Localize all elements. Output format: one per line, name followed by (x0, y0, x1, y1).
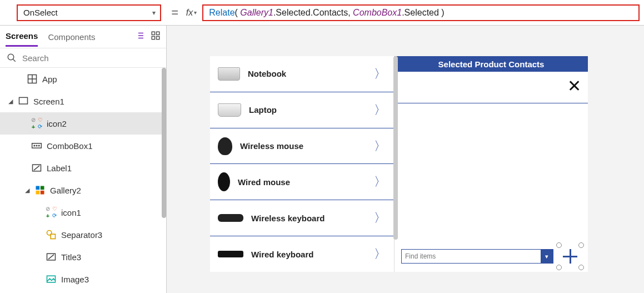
tree-node-separator3[interactable]: Separator3 (0, 224, 166, 246)
product-thumbnail (218, 214, 243, 222)
svg-rect-21 (36, 186, 40, 190)
chevron-right-icon[interactable]: 〉 (374, 138, 386, 155)
formula-token: Gallery1 (240, 8, 273, 18)
product-thumbnail (218, 67, 240, 81)
search-icon (7, 53, 17, 63)
svg-line-11 (13, 59, 16, 62)
product-thumbnail (218, 137, 232, 155)
tree-label: Label1 (47, 163, 166, 173)
combobox-icon (31, 140, 42, 151)
svg-rect-24 (41, 191, 44, 195)
tree-node-title3[interactable]: Title3 (0, 246, 166, 268)
product-thumbnail (218, 172, 230, 191)
formula-token: Relate (209, 8, 234, 18)
changes-icon (46, 207, 57, 218)
search-input[interactable] (22, 53, 159, 63)
tree-search[interactable] (0, 48, 166, 68)
combobox-placeholder: Find items (405, 252, 436, 260)
resize-handle[interactable] (556, 265, 562, 270)
tree-node-gallery2[interactable]: ◢ Gallery2 (0, 179, 166, 201)
svg-point-19 (38, 145, 39, 146)
resize-handle[interactable] (578, 265, 584, 270)
chevron-down-icon[interactable]: ▾ (194, 9, 197, 16)
gallery-list[interactable]: Notebook〉Laptop〉Wireless mouse〉Wired mou… (210, 56, 395, 272)
gallery-item[interactable]: Notebook〉 (210, 56, 394, 92)
tree-node-screen1[interactable]: ◢ Screen1 (0, 90, 166, 112)
svg-rect-23 (36, 191, 40, 195)
svg-point-18 (36, 145, 37, 146)
separator-icon (46, 229, 57, 240)
product-thumbnail (218, 103, 241, 117)
resize-handle[interactable] (556, 242, 562, 248)
fx-label: fx (186, 8, 193, 18)
tree-label: Image3 (61, 275, 166, 284)
tree-panel: Screens Components (0, 26, 167, 293)
plus-icon (570, 249, 571, 264)
svg-rect-15 (19, 97, 28, 104)
formula-token: ( (235, 8, 241, 18)
gallery-item[interactable]: Wired keyboard〉 (210, 236, 394, 272)
tab-screens[interactable]: Screens (6, 27, 38, 47)
tree-label: Title3 (61, 252, 166, 262)
product-thumbnail (218, 251, 243, 257)
gallery-item[interactable]: Wireless mouse〉 (210, 128, 394, 165)
label-icon (31, 162, 42, 173)
property-selector[interactable]: OnSelect ▾ (17, 4, 161, 21)
tree-node-label1[interactable]: Label1 (0, 157, 166, 179)
formula-token: ComboBox1 (353, 8, 402, 18)
product-name: Wireless keyboard (251, 213, 366, 223)
tree-label: App (42, 75, 166, 84)
gallery-item[interactable]: Laptop〉 (210, 92, 394, 128)
changes-icon (31, 118, 42, 129)
svg-rect-26 (51, 234, 55, 239)
property-selector-value: OnSelect (23, 8, 58, 17)
svg-point-10 (8, 54, 14, 60)
find-items-combobox[interactable]: Find items ▾ (401, 249, 553, 264)
tree-label: icon2 (47, 119, 166, 128)
scrollbar[interactable] (393, 56, 398, 240)
tree-node-image3[interactable]: Image3 (0, 268, 166, 290)
image-icon (46, 274, 57, 285)
product-name: Laptop (249, 105, 366, 115)
gallery-item[interactable]: Wireless keyboard〉 (210, 200, 394, 236)
tree-node-app[interactable]: App (0, 68, 166, 90)
product-name: Wired mouse (238, 177, 366, 187)
chevron-right-icon[interactable]: 〉 (374, 246, 386, 262)
collapse-icon[interactable]: ◢ (8, 98, 13, 105)
close-icon[interactable]: ✕ (567, 76, 581, 96)
chevron-right-icon[interactable]: 〉 (374, 66, 386, 82)
tab-components[interactable]: Components (48, 28, 95, 46)
divider (395, 103, 588, 103)
app-icon (27, 73, 38, 85)
list-icon[interactable] (135, 31, 145, 43)
svg-rect-8 (152, 37, 154, 39)
chevron-right-icon[interactable]: 〉 (374, 102, 386, 118)
app-preview: Notebook〉Laptop〉Wireless mouse〉Wired mou… (210, 56, 588, 272)
tree-node-combobox1[interactable]: ComboBox1 (0, 135, 166, 157)
label-icon (46, 251, 57, 262)
formula-input[interactable]: Relate( Gallery1.Selected.Contacts, Comb… (202, 4, 640, 21)
formula-token: .Selected.Contacts, (273, 8, 353, 18)
right-panel: Selected Product Contacts ✕ Find items ▾ (395, 56, 588, 272)
chevron-down-icon[interactable]: ▾ (541, 250, 553, 263)
chevron-right-icon[interactable]: 〉 (374, 210, 386, 226)
tree-node-icon1[interactable]: icon1 (0, 201, 166, 224)
tree-label: Gallery2 (50, 186, 166, 195)
resize-handle[interactable] (578, 242, 584, 248)
panel-header: Selected Product Contacts (395, 56, 588, 72)
canvas[interactable]: Notebook〉Laptop〉Wireless mouse〉Wired mou… (167, 26, 644, 293)
tree-label: Screen1 (33, 97, 166, 106)
svg-rect-22 (41, 186, 44, 190)
tree-label: ComboBox1 (47, 141, 166, 151)
collapse-icon[interactable]: ◢ (24, 187, 30, 194)
grid-icon[interactable] (151, 31, 161, 43)
add-icon-selected[interactable] (559, 245, 581, 267)
chevron-down-icon: ▾ (152, 9, 156, 17)
tree-node-icon2[interactable]: icon2 (0, 112, 166, 135)
gallery-item[interactable]: Wired mouse〉 (210, 164, 394, 200)
equals-label: = (171, 6, 178, 20)
svg-rect-7 (157, 32, 159, 34)
chevron-right-icon[interactable]: 〉 (374, 173, 386, 190)
tree-label: icon1 (61, 208, 166, 217)
svg-rect-6 (152, 32, 154, 34)
